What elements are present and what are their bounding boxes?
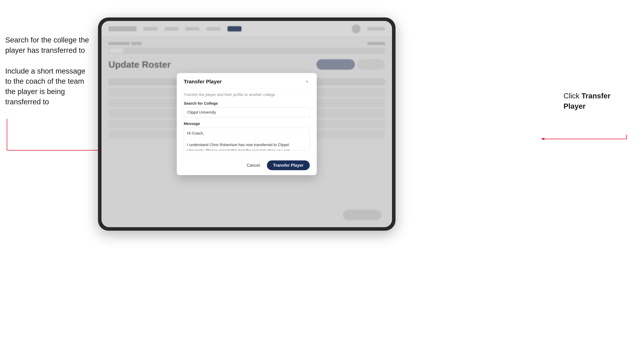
message-label: Message (184, 121, 310, 126)
modal-header: Transfer Player × (177, 73, 317, 88)
modal-title: Transfer Player (184, 79, 222, 85)
tablet-screen: Update Roster Transfer Player × (102, 21, 392, 227)
annotation-text-search: Search for the college the player has tr… (5, 35, 89, 56)
transfer-player-button[interactable]: Transfer Player (267, 161, 310, 170)
modal-close-button[interactable]: × (304, 79, 310, 84)
svg-marker-4 (541, 138, 544, 140)
transfer-player-modal: Transfer Player × Transfer the player an… (177, 73, 317, 175)
search-college-label: Search for College (184, 101, 310, 106)
modal-subtitle: Transfer the player and their profile to… (184, 92, 310, 97)
modal-footer: Cancel Transfer Player (177, 157, 317, 175)
tablet-frame: Update Roster Transfer Player × (98, 17, 396, 231)
annotation-text-message: Include a short message to the coach of … (5, 66, 89, 107)
modal-body: Transfer the player and their profile to… (177, 88, 317, 157)
annotation-right: Click Transfer Player (564, 91, 630, 112)
search-college-input[interactable] (184, 107, 310, 117)
arrow-right (539, 135, 630, 143)
annotation-left: Search for the college the player has tr… (5, 35, 89, 118)
message-textarea[interactable]: Hi Coach, I understand Chris Robertson h… (184, 128, 310, 151)
arrow-left (5, 119, 112, 157)
annotation-text-click: Click Transfer Player (564, 91, 630, 112)
cancel-button[interactable]: Cancel (243, 161, 264, 170)
dialog-overlay: Transfer Player × Transfer the player an… (102, 21, 392, 227)
